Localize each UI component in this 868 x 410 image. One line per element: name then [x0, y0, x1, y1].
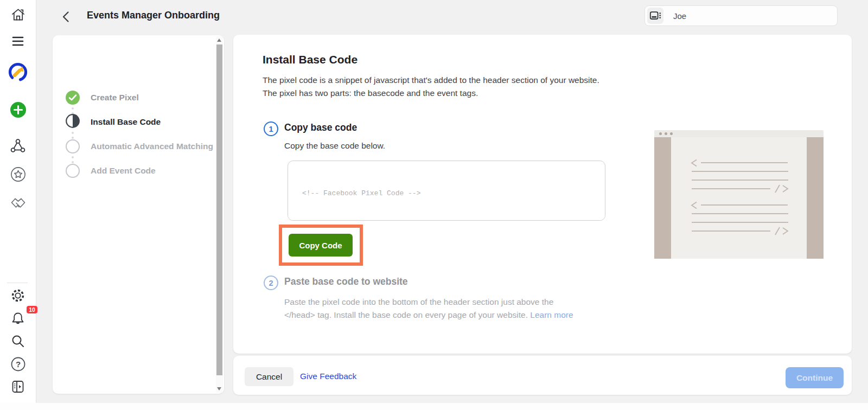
wizard-footer: Cancel Give Feedback Continue [233, 356, 852, 395]
account-icon [647, 8, 663, 24]
menu-icon[interactable] [0, 33, 36, 49]
step-1-number: 1 [264, 121, 278, 136]
steps-scrollbar[interactable] [216, 36, 223, 393]
step-upcoming-icon [66, 164, 80, 178]
step-done-check-icon [66, 91, 80, 105]
assets-network-icon[interactable] [0, 137, 36, 155]
sidebar-divider [7, 283, 28, 283]
step-connector [72, 156, 74, 163]
step-1-title: Copy base code [284, 122, 357, 133]
give-feedback-link[interactable]: Give Feedback [300, 371, 356, 381]
step-install-base-code[interactable]: Install Base Code [66, 115, 161, 129]
notifications-bell-icon[interactable]: 10 [0, 309, 36, 328]
illustration-page [654, 137, 824, 259]
bottom-strip [0, 403, 868, 410]
window-dots-icon [659, 132, 673, 135]
step-automatic-advanced-matching[interactable]: Automatic Advanced Matching [66, 139, 213, 153]
star-circle-icon[interactable] [0, 166, 36, 182]
code-close-glyph [774, 226, 789, 236]
account-selector[interactable]: Joe [644, 5, 838, 26]
step-connector [72, 132, 74, 139]
back-button[interactable] [59, 9, 74, 24]
home-icon[interactable] [0, 7, 36, 23]
code-open-glyph [690, 201, 699, 210]
browser-window-illustration [654, 130, 824, 259]
step-create-pixel[interactable]: Create Pixel [66, 91, 139, 105]
step-add-event-code[interactable]: Add Event Code [66, 164, 156, 178]
left-sidebar: 10 ? [0, 0, 36, 410]
events-manager-onboarding-screen: 10 ? [0, 0, 868, 410]
step-1-subtitle: Copy the base code below. [284, 141, 385, 151]
step-upcoming-icon [66, 139, 80, 153]
cancel-button[interactable]: Cancel [245, 367, 293, 386]
illustration-right-column [807, 137, 824, 259]
code-fade-overlay [288, 189, 605, 220]
page-title: Events Manager Onboarding [87, 10, 220, 21]
step-label: Install Base Code [91, 117, 161, 127]
copy-code-button[interactable]: Copy Code [289, 234, 353, 257]
panel-heading: Install Base Code [263, 53, 358, 66]
notification-badge: 10 [27, 306, 37, 313]
step-2-number: 2 [264, 276, 278, 290]
scrollbar-up-arrow[interactable] [217, 39, 221, 42]
collapse-sidebar-icon[interactable] [0, 379, 36, 395]
search-icon[interactable] [0, 333, 36, 349]
step-label: Create Pixel [91, 93, 139, 102]
settings-gear-icon[interactable] [0, 287, 36, 304]
account-name: Joe [673, 11, 686, 21]
help-icon[interactable]: ? [0, 356, 36, 372]
illustration-left-column [654, 137, 671, 259]
handshake-icon[interactable] [0, 194, 36, 212]
pixel-code-snippet: <!-- Facebook Pixel Code --> <script> !f… [288, 161, 605, 221]
illustration-titlebar [654, 130, 824, 137]
step-2-body: Paste the pixel code into the bottom of … [284, 296, 573, 321]
step-2-title: Paste base code to website [284, 276, 408, 287]
step-label: Automatic Advanced Matching [91, 142, 213, 151]
continue-button[interactable]: Continue [786, 367, 844, 388]
code-open-glyph [690, 158, 699, 168]
learn-more-link[interactable]: Learn more [530, 310, 573, 319]
step-label: Add Event Code [91, 166, 156, 176]
scrollbar-thumb[interactable] [216, 44, 222, 375]
install-base-code-panel: Install Base Code The pixel code is a sn… [233, 35, 852, 354]
code-close-glyph [774, 184, 789, 194]
onboarding-steps-panel: Create Pixel Install Base Code Automatic… [53, 35, 224, 394]
create-plus-icon[interactable] [0, 101, 36, 118]
panel-description: The pixel code is a snippet of javascrip… [263, 74, 599, 99]
svg-text:?: ? [15, 360, 20, 369]
step-current-half-icon [66, 114, 80, 130]
scrollbar-down-arrow[interactable] [217, 387, 221, 390]
app-logo-icon[interactable] [0, 61, 36, 84]
